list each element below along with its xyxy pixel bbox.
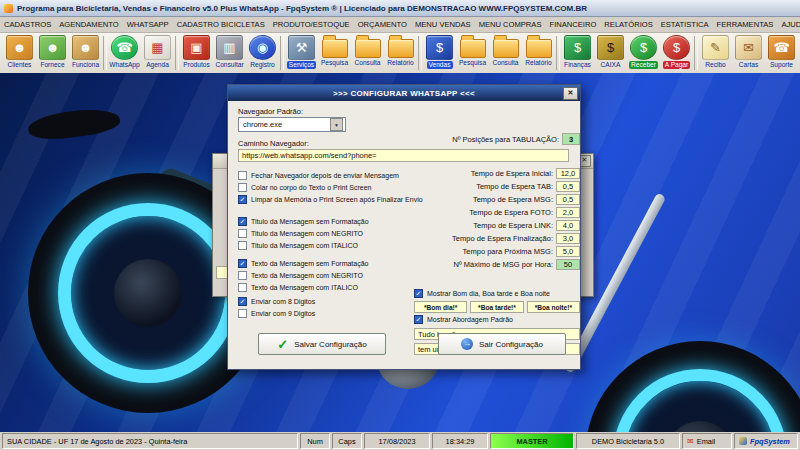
option-texto-da-mensagem-sem-formatacao[interactable]: ✓Texto da Mensagem sem Formatação: [238, 257, 414, 269]
option-titulo-da-mensagem-sem-formatacao[interactable]: ✓Titulo da Mensagem sem Formatação: [238, 215, 414, 227]
checkbox-label: Colar no corpo do Texto o Print Screen: [251, 184, 372, 191]
option-colar-no-corpo-do-texto-o-print-screen[interactable]: Colar no corpo do Texto o Print Screen: [238, 181, 414, 193]
menu-ferramentas[interactable]: FERRAMENTAS: [713, 20, 778, 29]
toolbar-label: Consultar: [215, 61, 243, 69]
toolbar-consulta-14[interactable]: Consulta: [489, 35, 522, 67]
relatorio-icon: [526, 39, 552, 58]
status-email: ✉Email: [682, 433, 732, 449]
save-button[interactable]: ✓ Salvar Configuração: [258, 333, 386, 355]
toolbar-relatorio-15[interactable]: Relatório: [522, 35, 555, 67]
toolbar-financas-16[interactable]: $Finanças: [561, 35, 594, 69]
menu-cadastros[interactable]: CADASTROS: [0, 20, 55, 29]
toolbar-suporte-22[interactable]: ☎Suporte: [765, 35, 798, 69]
menu-menu-compras[interactable]: MENU COMPRAS: [475, 20, 546, 29]
menu-agendamento[interactable]: AGENDAMENTO: [55, 20, 122, 29]
window-titlebar[interactable]: Programa para Bicicletaria, Vendas e Fin…: [0, 0, 800, 17]
clientes-icon: ☻: [6, 35, 33, 60]
setting-label: Tempo de Espera LINK:: [414, 221, 553, 230]
toolbar-label: Receber: [629, 61, 658, 69]
setting-input[interactable]: 50: [556, 259, 580, 270]
setting-input[interactable]: 5,0: [556, 246, 580, 257]
greeting-input-2[interactable]: *Boa tarde!*: [470, 301, 523, 313]
menu-produto-estoque[interactable]: PRODUTO/ESTOQUE: [269, 20, 354, 29]
setting-input[interactable]: 0,5: [556, 194, 580, 205]
status-text: Email: [697, 437, 715, 446]
status-text: 17/08/2023: [379, 437, 416, 446]
menu-financeiro[interactable]: FINANCEIRO: [546, 20, 601, 29]
toolbar: ☻Clientes☻Fornece☻Funciona☎WhatsApp▦Agen…: [0, 33, 800, 78]
option-titulo-da-mensagem-com-negrito[interactable]: Titulo da Mensagem com NEGRITO: [238, 227, 414, 239]
status-text: DEMO Bicicletaria 5.0: [592, 437, 664, 446]
option-fechar-navegador-depois-de-enviar-mensagem[interactable]: Fechar Navegador depois de enviar Mensag…: [238, 169, 414, 181]
menu-label: WHATSAPP: [127, 20, 169, 29]
status-text: Num: [307, 437, 323, 446]
option-limpar-da-memoria-o-print-screen-apos-finalizar-envio[interactable]: ✓Limpar da Memória o Print Screen após F…: [238, 193, 414, 205]
option-mostrar-bom-dia-boa-tarde-e-boa-noite[interactable]: ✓Mostrar Bom dia, Boa tarde e Boa noite: [414, 287, 580, 299]
close-icon[interactable]: ✕: [563, 87, 578, 100]
setting-input[interactable]: 3,0: [556, 233, 580, 244]
checkbox-group-1: Fechar Navegador depois de enviar Mensag…: [238, 169, 414, 205]
toolbar-servicos-8[interactable]: ⚒Serviços: [285, 35, 318, 69]
toolbar-consultar-6[interactable]: ▥Consultar: [213, 35, 246, 69]
toolbar-label: Clientes: [8, 61, 32, 69]
option-texto-da-mensagem-com-negrito[interactable]: Texto da Mensagem com NEGRITO: [238, 269, 414, 281]
pesquisa-icon: [460, 39, 486, 58]
menu-ajuda[interactable]: AJUDA: [777, 20, 800, 29]
option-titulo-da-mensagem-com-italico[interactable]: Titulo da Mensagem com ITALICO: [238, 239, 414, 251]
path-label: Caminho Navegador:: [238, 139, 309, 148]
checkbox-group-4: ✓Enviar com 8 DigitosEnviar com 9 Digito…: [238, 295, 414, 319]
menu-menu-vendas[interactable]: MENU VENDAS: [411, 20, 475, 29]
toolbar-recibo-20[interactable]: ✎Recibo: [699, 35, 732, 69]
menu-label: AJUDA: [781, 20, 800, 29]
tab-positions-input[interactable]: 3: [562, 133, 580, 145]
toolbar-separator: [175, 36, 179, 70]
toolbar-agenda-4[interactable]: ▦Agenda: [141, 35, 174, 69]
dialog-titlebar[interactable]: >>> CONFIGURAR WHATSAPP <<< ✕: [228, 85, 580, 101]
setting-row-tempo-para-proxima-msg: Tempo para Próxima MSG:5,0: [414, 245, 580, 258]
check-icon: ✓: [277, 338, 288, 351]
menu-orcamento[interactable]: ORÇAMENTO: [354, 20, 411, 29]
relatorio-icon: [388, 39, 414, 58]
toolbar-whatsapp-3[interactable]: ☎WhatsApp: [108, 35, 141, 69]
toolbar-pesquisa-9[interactable]: Pesquisa: [318, 35, 351, 67]
option-enviar-com-8-digitos[interactable]: ✓Enviar com 8 Digitos: [238, 295, 414, 307]
toolbar-relatorio-11[interactable]: Relatório: [384, 35, 417, 67]
toolbar-pesquisa-13[interactable]: Pesquisa: [456, 35, 489, 67]
toolbar-fornece-1[interactable]: ☻Fornece: [36, 35, 69, 69]
suporte-icon: ☎: [768, 35, 795, 60]
greeting-input-1[interactable]: *Bom dia!*: [414, 301, 467, 313]
toolbar-caixa-17[interactable]: $CAIXA: [594, 35, 627, 69]
browser-select[interactable]: chrome.exe ▼: [238, 117, 346, 132]
path-input[interactable]: https://web.whatsapp.com/send?phone=: [238, 149, 569, 162]
setting-input[interactable]: 4,0: [556, 220, 580, 231]
menu-whatsapp[interactable]: WHATSAPP: [123, 20, 173, 29]
menu-label: AGENDAMENTO: [59, 20, 118, 29]
toolbar-a-pagar-19[interactable]: $A Pagar: [660, 35, 693, 69]
menu-cadastro-bicicletas[interactable]: CADASTRO BICICLETAS: [173, 20, 269, 29]
exit-button[interactable]: → Sair Configuração: [438, 333, 566, 355]
checkbox: [238, 241, 247, 250]
toolbar-vendas-12[interactable]: $Vendas: [423, 35, 456, 69]
toolbar-consulta-10[interactable]: Consulta: [351, 35, 384, 67]
option-enviar-com-9-digitos[interactable]: Enviar com 9 Digitos: [238, 307, 414, 319]
setting-input[interactable]: 12,0: [556, 168, 580, 179]
toolbar-receber-18[interactable]: $Receber: [627, 35, 660, 69]
setting-label: Tempo de Espera TAB:: [414, 182, 553, 191]
toolbar-produtos-5[interactable]: ▣Produtos: [180, 35, 213, 69]
setting-input[interactable]: 2,0: [556, 207, 580, 218]
toolbar-label: Serviços: [287, 61, 316, 69]
toolbar-registro-7[interactable]: ◉Registro: [246, 35, 279, 69]
wheel-hub: [114, 259, 182, 327]
toolbar-separator: [280, 36, 284, 70]
toolbar-cartas-21[interactable]: ✉Cartas: [732, 35, 765, 69]
toolbar-funciona-2[interactable]: ☻Funciona: [69, 35, 102, 69]
toolbar-clientes-0[interactable]: ☻Clientes: [3, 35, 36, 69]
option-texto-da-mensagem-com-italico[interactable]: Texto da Mensagem com ITALICO: [238, 281, 414, 293]
setting-input[interactable]: 0,5: [556, 181, 580, 192]
greeting-input-3[interactable]: *Boa noite!*: [527, 301, 580, 313]
checkbox-label: Limpar da Memória o Print Screen após Fi…: [251, 196, 423, 203]
menu-relatorios[interactable]: RELATÓRIOS: [600, 20, 656, 29]
option-mostrar-abordagem-padrao[interactable]: ✓Mostrar Abordagem Padrão: [414, 313, 580, 325]
menu-estatistica[interactable]: ESTATISTICA: [657, 20, 713, 29]
checkbox-label: Mostrar Abordagem Padrão: [427, 316, 513, 323]
